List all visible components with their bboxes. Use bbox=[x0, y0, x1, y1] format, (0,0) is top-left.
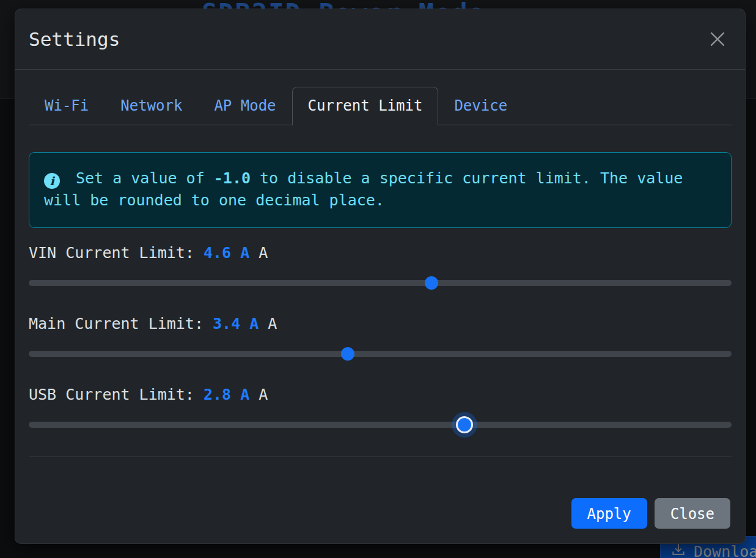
usb-current-limit-label: USB Current Limit: bbox=[29, 386, 204, 403]
tab-ap-mode[interactable]: AP Mode bbox=[198, 87, 292, 125]
slider-thumb[interactable] bbox=[425, 276, 438, 290]
slider-rail[interactable] bbox=[29, 422, 732, 428]
modal-footer: Apply Close bbox=[15, 482, 745, 543]
footer-divider bbox=[29, 457, 732, 457]
modal-header: Settings bbox=[15, 9, 745, 70]
vin-current-limit-label-row: VIN Current Limit: 4.6 A A bbox=[29, 244, 732, 262]
main-current-limit-label-row: Main Current Limit: 3.4 A A bbox=[29, 315, 732, 333]
main-current-limit-label: Main Current Limit: bbox=[29, 315, 213, 332]
tab-current-limit[interactable]: Current Limit bbox=[292, 87, 439, 125]
main-current-limit-unit: A bbox=[259, 315, 277, 332]
main-current-limit-slider[interactable] bbox=[29, 347, 732, 361]
slider-thumb[interactable] bbox=[458, 418, 471, 431]
tab-bar: Wi-Fi Network AP Mode Current Limit Devi… bbox=[29, 87, 732, 125]
alert-highlight: -1.0 bbox=[214, 169, 251, 187]
info-icon: i bbox=[44, 173, 60, 189]
apply-button[interactable]: Apply bbox=[571, 498, 647, 529]
usb-current-limit-value: 2.8 A bbox=[204, 386, 249, 403]
usb-current-limit-slider[interactable] bbox=[29, 418, 732, 431]
vin-current-limit-slider[interactable] bbox=[29, 276, 732, 290]
vin-current-limit-unit: A bbox=[249, 244, 268, 262]
slider-thumb[interactable] bbox=[341, 347, 354, 361]
usb-current-limit-group: USB Current Limit: 2.8 A A bbox=[29, 386, 732, 431]
tab-device[interactable]: Device bbox=[438, 87, 523, 125]
modal-body: Wi-Fi Network AP Mode Current Limit Devi… bbox=[15, 70, 745, 482]
close-button[interactable] bbox=[705, 26, 730, 52]
usb-current-limit-unit: A bbox=[249, 386, 268, 403]
vin-current-limit-group: VIN Current Limit: 4.6 A A bbox=[29, 244, 732, 290]
alert-text-before: Set a value of bbox=[76, 169, 214, 187]
vin-current-limit-label: VIN Current Limit: bbox=[29, 244, 204, 262]
usb-current-limit-label-row: USB Current Limit: 2.8 A A bbox=[29, 386, 732, 404]
tab-wifi[interactable]: Wi-Fi bbox=[29, 87, 105, 125]
slider-rail[interactable] bbox=[29, 351, 732, 357]
slider-rail[interactable] bbox=[29, 280, 732, 286]
info-alert: iSet a value of -1.0 to disable a specif… bbox=[29, 152, 732, 228]
vin-current-limit-value: 4.6 A bbox=[204, 244, 249, 262]
main-current-limit-value: 3.4 A bbox=[213, 315, 259, 332]
close-modal-button[interactable]: Close bbox=[655, 498, 730, 529]
main-current-limit-group: Main Current Limit: 3.4 A A bbox=[29, 315, 732, 361]
close-icon bbox=[707, 42, 728, 51]
tab-network[interactable]: Network bbox=[105, 87, 198, 125]
settings-modal: Settings Wi-Fi Network AP Mode Current L… bbox=[15, 9, 746, 544]
modal-title: Settings bbox=[29, 28, 120, 50]
